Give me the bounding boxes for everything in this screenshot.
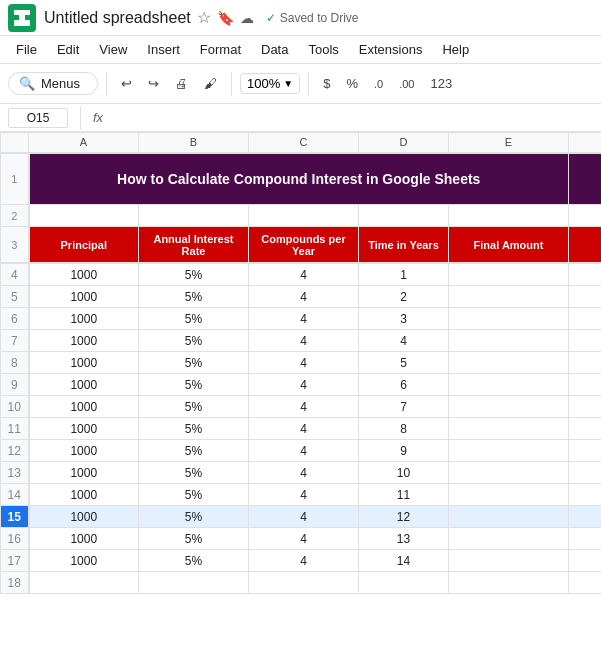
cell-8b[interactable]: 5%	[139, 352, 249, 374]
cell-extra[interactable]	[569, 550, 602, 572]
cell-18c[interactable]	[249, 572, 359, 594]
cell-17b[interactable]: 5%	[139, 550, 249, 572]
cell-10b[interactable]: 5%	[139, 396, 249, 418]
cell-9d[interactable]: 6	[359, 374, 449, 396]
redo-button[interactable]: ↪	[142, 73, 165, 94]
number-format-button[interactable]: 123	[424, 73, 458, 94]
cell-2d[interactable]	[359, 205, 449, 227]
cell-16c[interactable]: 4	[249, 528, 359, 550]
menu-file[interactable]: File	[8, 40, 45, 59]
cell-15b[interactable]: 5%	[139, 506, 249, 528]
cell-12a[interactable]: 1000	[29, 440, 139, 462]
decimal-plus-button[interactable]: .00	[393, 75, 420, 93]
zoom-control[interactable]: 100% ▼	[240, 73, 300, 94]
cell-extra[interactable]	[569, 286, 602, 308]
cell-extra[interactable]	[569, 264, 602, 286]
cell-extra[interactable]	[569, 308, 602, 330]
cell-14c[interactable]: 4	[249, 484, 359, 506]
cell-7e[interactable]	[449, 330, 569, 352]
cell-extra[interactable]	[569, 352, 602, 374]
cell-2f[interactable]	[569, 205, 602, 227]
cell-4e[interactable]	[449, 264, 569, 286]
col-header-a[interactable]: A	[29, 133, 139, 153]
cell-6d[interactable]: 3	[359, 308, 449, 330]
cell-4c[interactable]: 4	[249, 264, 359, 286]
cell-8d[interactable]: 5	[359, 352, 449, 374]
cell-2c[interactable]	[249, 205, 359, 227]
cell-11b[interactable]: 5%	[139, 418, 249, 440]
cell-14d[interactable]: 11	[359, 484, 449, 506]
cell-2a[interactable]	[29, 205, 139, 227]
cell-extra[interactable]	[569, 528, 602, 550]
cell-9e[interactable]	[449, 374, 569, 396]
menu-edit[interactable]: Edit	[49, 40, 87, 59]
cell-15c[interactable]: 4	[249, 506, 359, 528]
search-box[interactable]: 🔍 Menus	[8, 72, 98, 95]
cell-extra[interactable]	[569, 396, 602, 418]
cell-14a[interactable]: 1000	[29, 484, 139, 506]
cell-14e[interactable]	[449, 484, 569, 506]
cell-extra[interactable]	[569, 418, 602, 440]
currency-button[interactable]: $	[317, 73, 336, 94]
cell-extra[interactable]	[569, 462, 602, 484]
cell-11c[interactable]: 4	[249, 418, 359, 440]
cell-18a[interactable]	[29, 572, 139, 594]
menu-format[interactable]: Format	[192, 40, 249, 59]
cell-14b[interactable]: 5%	[139, 484, 249, 506]
cell-17a[interactable]: 1000	[29, 550, 139, 572]
cell-5b[interactable]: 5%	[139, 286, 249, 308]
paint-format-button[interactable]: 🖌	[198, 73, 223, 94]
cell-9b[interactable]: 5%	[139, 374, 249, 396]
menu-tools[interactable]: Tools	[300, 40, 346, 59]
cell-reference[interactable]: O15	[8, 108, 68, 128]
cell-12e[interactable]	[449, 440, 569, 462]
cell-12b[interactable]: 5%	[139, 440, 249, 462]
cell-9a[interactable]: 1000	[29, 374, 139, 396]
cell-10d[interactable]: 7	[359, 396, 449, 418]
cell-6a[interactable]: 1000	[29, 308, 139, 330]
cell-9c[interactable]: 4	[249, 374, 359, 396]
cell-6e[interactable]	[449, 308, 569, 330]
cell-13a[interactable]: 1000	[29, 462, 139, 484]
cell-10c[interactable]: 4	[249, 396, 359, 418]
print-button[interactable]: 🖨	[169, 73, 194, 94]
cell-5c[interactable]: 4	[249, 286, 359, 308]
cell-16b[interactable]: 5%	[139, 528, 249, 550]
cell-8c[interactable]: 4	[249, 352, 359, 374]
cell-2b[interactable]	[139, 205, 249, 227]
cell-16a[interactable]: 1000	[29, 528, 139, 550]
col-header-d[interactable]: D	[359, 133, 449, 153]
cell-5d[interactable]: 2	[359, 286, 449, 308]
menu-extensions[interactable]: Extensions	[351, 40, 431, 59]
cell-13c[interactable]: 4	[249, 462, 359, 484]
cell-8e[interactable]	[449, 352, 569, 374]
cell-8a[interactable]: 1000	[29, 352, 139, 374]
cell-2e[interactable]	[449, 205, 569, 227]
spreadsheet-title[interactable]: Untitled spreadsheet	[44, 9, 191, 27]
cell-15d[interactable]: 12	[359, 506, 449, 528]
cell-4d[interactable]: 1	[359, 264, 449, 286]
cell-11e[interactable]	[449, 418, 569, 440]
cell-extra[interactable]	[569, 506, 602, 528]
undo-button[interactable]: ↩	[115, 73, 138, 94]
cell-extra[interactable]	[569, 572, 602, 594]
cell-7b[interactable]: 5%	[139, 330, 249, 352]
cell-16d[interactable]: 13	[359, 528, 449, 550]
cell-18b[interactable]	[139, 572, 249, 594]
cell-13d[interactable]: 10	[359, 462, 449, 484]
cell-7c[interactable]: 4	[249, 330, 359, 352]
cell-13e[interactable]	[449, 462, 569, 484]
cell-extra[interactable]	[569, 484, 602, 506]
cell-7a[interactable]: 1000	[29, 330, 139, 352]
cell-17e[interactable]	[449, 550, 569, 572]
col-header-e[interactable]: E	[449, 133, 569, 153]
cell-18d[interactable]	[359, 572, 449, 594]
cell-10e[interactable]	[449, 396, 569, 418]
col-header-f[interactable]	[569, 133, 602, 153]
cell-11d[interactable]: 8	[359, 418, 449, 440]
cell-10a[interactable]: 1000	[29, 396, 139, 418]
cell-extra[interactable]	[569, 440, 602, 462]
bookmark-icon[interactable]: 🔖	[217, 10, 234, 26]
cell-18e[interactable]	[449, 572, 569, 594]
percent-button[interactable]: %	[340, 73, 364, 94]
